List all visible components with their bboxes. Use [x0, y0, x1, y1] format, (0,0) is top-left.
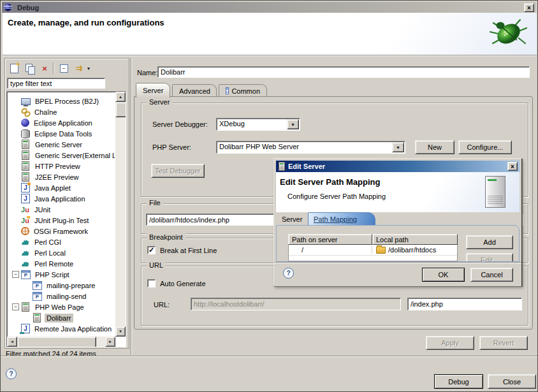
- edit-server-footer: ? OK Cancel: [274, 262, 521, 286]
- dialog-tab-path-mapping[interactable]: Path Mapping: [308, 212, 375, 226]
- scroll-right-button[interactable]: ►: [105, 337, 115, 347]
- scroll-up-button[interactable]: ▲: [115, 92, 126, 102]
- table-row[interactable]: / /dolibarr/htdocs: [289, 245, 457, 256]
- vertical-scroll-thumb[interactable]: [115, 102, 126, 117]
- column-header-local-path[interactable]: Local path: [372, 234, 458, 245]
- break-first-line-label: Break at First Line: [160, 247, 217, 254]
- window-titlebar[interactable]: Debug: [2, 2, 536, 13]
- tab-advanced[interactable]: Advanced: [172, 84, 217, 97]
- chain-icon: [21, 108, 30, 117]
- add-mapping-button[interactable]: Add: [466, 235, 513, 249]
- tree-item-java-applet[interactable]: Java Applet: [8, 182, 115, 193]
- tree-item-j2ee-preview[interactable]: J2EE Preview: [8, 171, 115, 182]
- help-icon: ?: [286, 270, 290, 277]
- collapse-toggle[interactable]: −: [12, 303, 19, 310]
- new-configuration-button[interactable]: [7, 62, 21, 75]
- delete-configuration-button[interactable]: ×: [38, 62, 52, 75]
- tree-item-php-web-page[interactable]: −PHP Web Page: [8, 301, 115, 312]
- database-icon: [21, 129, 30, 138]
- tree-item-php-script[interactable]: −PHP Script: [8, 269, 115, 280]
- edit-server-close-button[interactable]: ×: [507, 162, 518, 171]
- tab-common[interactable]: Common: [219, 84, 267, 97]
- tree-item-generic-server-external[interactable]: Generic Server(External La: [8, 150, 115, 161]
- check-icon: ✓: [149, 246, 154, 254]
- tree-item-http-preview[interactable]: HTTP Preview: [8, 161, 115, 171]
- server-debugger-select[interactable]: XDebug ▼: [216, 118, 300, 131]
- tree-item-perl-local[interactable]: Perl Local: [8, 247, 115, 258]
- break-first-line-checkbox[interactable]: ✓: [147, 246, 156, 254]
- tree-item-label: Remote Java Application: [33, 324, 113, 333]
- name-label: Name:: [137, 69, 157, 76]
- column-label: Path on server: [292, 236, 338, 243]
- server-icon: [279, 162, 285, 171]
- horizontal-scroll-thumb[interactable]: [17, 337, 96, 347]
- php-server-select[interactable]: Dolibarr PHP Web Server ▼: [216, 141, 405, 154]
- tree-item-mailing-send[interactable]: mailing-send: [8, 291, 115, 301]
- tree-item-bpel[interactable]: BPEL Process (B2J): [8, 96, 115, 106]
- tab-label: Path Mapping: [314, 215, 357, 223]
- tree-item-generic-server[interactable]: Generic Server: [8, 139, 115, 150]
- tree-item-junit[interactable]: JUnit: [8, 204, 115, 215]
- tab-label: Common: [231, 87, 260, 95]
- filter-input[interactable]: [7, 78, 105, 89]
- filter-menu-dropdown[interactable]: ▼: [85, 62, 92, 75]
- server-debugger-label: Server Debugger:: [152, 120, 208, 128]
- filter-launch-button[interactable]: ⇉: [72, 62, 86, 75]
- scroll-down-button[interactable]: ▼: [115, 326, 126, 337]
- tree-item-dolibarr[interactable]: Dolibarr: [8, 312, 115, 323]
- url-path-input[interactable]: [407, 298, 522, 310]
- url-group-legend: URL: [147, 261, 166, 269]
- new-launch-icon: [10, 64, 18, 73]
- server-debugger-value: XDebug: [219, 120, 287, 127]
- java-applet-icon: [21, 183, 30, 192]
- test-debugger-button[interactable]: Test Debugger: [151, 164, 205, 178]
- apply-button[interactable]: Apply: [426, 336, 474, 350]
- name-input[interactable]: [157, 66, 530, 78]
- tree-item-osgi-framework[interactable]: OSGi Framework: [8, 226, 115, 236]
- tree-item-label: JUnit Plug-in Test: [33, 216, 91, 225]
- auto-generate-checkbox[interactable]: [147, 279, 156, 287]
- server-icon: [22, 150, 29, 160]
- tree-item-java-application[interactable]: Java Application: [8, 193, 115, 204]
- window-close-button[interactable]: ×: [524, 3, 534, 12]
- chevron-down-icon[interactable]: ▼: [287, 119, 299, 129]
- help-button[interactable]: ?: [6, 368, 17, 379]
- tree-vertical-scrollbar[interactable]: ▲ ▼: [115, 92, 126, 337]
- toolbar-separator: [53, 62, 54, 74]
- dialog-tab-server[interactable]: Server: [282, 215, 302, 223]
- chevron-down-icon[interactable]: ▼: [392, 142, 404, 152]
- tree-item-perl-remote[interactable]: Perl Remote: [8, 258, 115, 269]
- tree-item-label: Java Applet: [33, 184, 73, 192]
- new-server-button[interactable]: New: [415, 140, 454, 154]
- edit-server-titlebar[interactable]: Edit Server: [276, 161, 520, 172]
- tree-item-label: Perl Remote: [33, 259, 75, 268]
- dialog-help-button[interactable]: ?: [283, 268, 294, 279]
- panel-divider: [131, 58, 131, 355]
- tree-horizontal-scrollbar[interactable]: ◄ ►: [7, 337, 115, 347]
- cancel-button[interactable]: Cancel: [470, 268, 513, 282]
- breakpoint-group-legend: Breakpoint: [147, 233, 185, 241]
- ok-button[interactable]: OK: [422, 268, 465, 282]
- php-icon: [33, 281, 42, 290]
- revert-button[interactable]: Revert: [479, 336, 528, 350]
- edit-mapping-button[interactable]: Edit...: [466, 253, 513, 262]
- edit-server-subheading: Configure Server Path Mapping: [287, 192, 386, 200]
- tree-item-label: Chaîne: [33, 108, 59, 117]
- debug-button[interactable]: Debug: [434, 374, 483, 389]
- tree-item-remote-java-application[interactable]: Remote Java Application: [8, 323, 115, 334]
- scroll-left-button[interactable]: ◄: [7, 337, 17, 347]
- collapse-toggle[interactable]: −: [12, 271, 19, 278]
- collapse-all-button[interactable]: −: [57, 62, 71, 75]
- tree-item-eclipse-data-tools[interactable]: Eclipse Data Tools: [8, 128, 115, 139]
- tree-item-eclipse-application[interactable]: Eclipse Application: [8, 117, 115, 128]
- column-header-path-on-server[interactable]: Path on server: [288, 234, 372, 245]
- tree-item-perl-cgi[interactable]: Perl CGI: [8, 236, 115, 247]
- tree-item-junit-plugin-test[interactable]: JUnit Plug-in Test: [8, 215, 115, 226]
- tab-server[interactable]: Server: [136, 83, 170, 98]
- tree-item-mailing-prepare[interactable]: mailing-prepare: [8, 280, 115, 291]
- chevron-down-icon: ▼: [87, 66, 91, 71]
- close-button[interactable]: Close: [488, 374, 536, 389]
- duplicate-configuration-button[interactable]: [22, 62, 36, 75]
- tree-item-chaine[interactable]: Chaîne: [8, 106, 115, 117]
- configure-server-button[interactable]: Configure...: [458, 140, 512, 154]
